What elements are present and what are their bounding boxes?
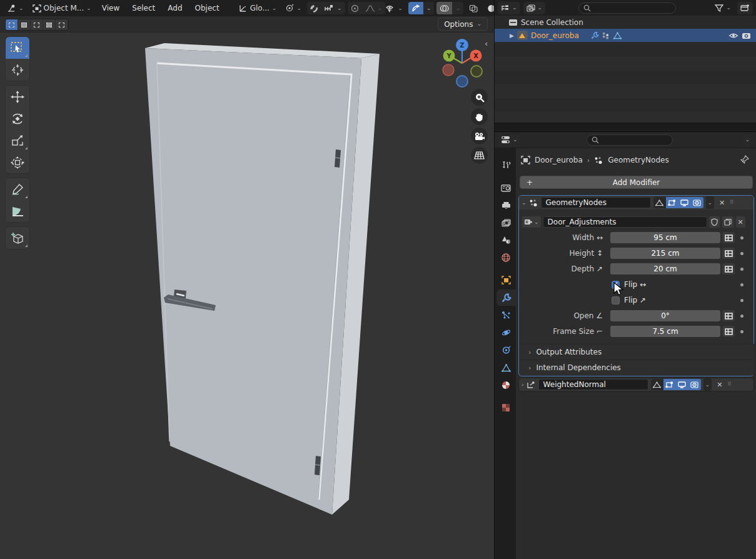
overlays-dropdown[interactable]: ⌄ (452, 2, 463, 14)
unlink-node-group-button[interactable]: ✕ (735, 216, 746, 228)
sidebar-collapse-arrow[interactable]: ‹ (485, 39, 488, 48)
mode-selector[interactable]: Object M... ⌄ (29, 2, 94, 14)
drag-handle[interactable]: ⠿ (730, 201, 738, 204)
gizmo-minus-x-axis[interactable] (443, 64, 454, 76)
drag-handle[interactable]: ⠿ (727, 383, 736, 386)
modifier-name-field[interactable]: WeightedNormal (538, 379, 648, 390)
decorator-dot[interactable] (740, 330, 743, 333)
display-mode-button[interactable]: ⌄ (523, 2, 546, 14)
tool-transform[interactable] (6, 151, 29, 173)
transform-orientation-button[interactable]: Glo... ⌄ (236, 2, 280, 14)
breadcrumb-datablock[interactable]: GeometryNodes (608, 156, 668, 164)
fake-user-button[interactable] (708, 216, 720, 228)
tab-modifiers[interactable] (496, 290, 516, 306)
xray-toggle-button[interactable] (466, 2, 481, 14)
door-object[interactable] (0, 0, 494, 559)
tab-render[interactable] (496, 179, 516, 196)
decorator-dot[interactable] (740, 299, 743, 302)
node-group-browse-button[interactable]: ⌄ (522, 216, 542, 228)
input-attribute-toggle[interactable] (722, 232, 735, 243)
render-display-toggle[interactable] (688, 379, 701, 390)
input-attribute-toggle[interactable] (722, 263, 735, 274)
tool-measure[interactable] (6, 200, 29, 222)
input-attribute-toggle[interactable] (722, 248, 735, 259)
modifier-extras-button[interactable]: ⌄ (703, 378, 712, 391)
outliner-search-input[interactable] (578, 3, 676, 14)
node-group-name-field[interactable]: Door_Adjustments (543, 216, 707, 228)
tool-move[interactable] (6, 86, 29, 108)
decorator-dot[interactable] (740, 236, 743, 239)
modifier-close-button[interactable]: ✕ (714, 381, 725, 389)
pan-button[interactable] (471, 108, 488, 125)
editor-type-button[interactable]: ⌄ (4, 2, 27, 14)
tool-select-box[interactable] (6, 37, 29, 59)
select-mode-extend[interactable] (18, 19, 31, 30)
input-attribute-toggle[interactable] (722, 326, 735, 337)
decorator-dot[interactable] (740, 268, 743, 271)
render-display-toggle[interactable] (691, 197, 703, 208)
decorator-dot[interactable] (740, 252, 743, 255)
tab-material[interactable] (496, 377, 516, 393)
collapse-chevron-icon[interactable]: ⌄ (522, 200, 527, 206)
tab-output[interactable] (496, 197, 516, 213)
pin-icon[interactable] (740, 155, 749, 164)
zoom-button[interactable] (471, 89, 488, 106)
filter-button[interactable]: ⌄ (712, 2, 734, 14)
outliner-row-door-euroba[interactable]: ▶ Door_euroba (495, 29, 756, 42)
flip-d-checkbox[interactable] (612, 296, 620, 305)
eye-icon[interactable] (728, 32, 738, 39)
tab-object-data[interactable] (496, 360, 516, 376)
tab-object[interactable] (496, 272, 516, 288)
properties-editor-type-button[interactable]: ⌄ (498, 134, 521, 146)
menu-view[interactable]: View (97, 2, 124, 14)
select-mode-new[interactable] (6, 19, 18, 30)
breadcrumb-object[interactable]: Door_euroba (535, 156, 583, 164)
menu-object[interactable]: Object (190, 2, 224, 14)
orthographic-button[interactable] (471, 147, 488, 164)
modifier-extras-button[interactable]: ⌄ (706, 196, 715, 209)
modifier-panel-weightednormal[interactable]: › WeightedNormal ⌄ ✕ ⠿ (518, 378, 754, 391)
decorator-dot[interactable] (740, 315, 743, 318)
tool-scale[interactable] (6, 129, 29, 151)
viewport-display-toggle[interactable] (676, 379, 688, 390)
options-button[interactable]: Options ⌄ (438, 18, 488, 31)
properties-search-input[interactable] (587, 134, 673, 146)
modifier-header[interactable]: ⌄ GeometryNodes ⌄ ✕ ⠿ (519, 196, 753, 209)
show-gizmo-button[interactable] (408, 2, 423, 14)
snap-target-button[interactable]: ⌄ (321, 2, 345, 14)
show-overlays-button[interactable] (436, 2, 452, 14)
viewport-display-toggle[interactable] (678, 197, 691, 208)
width-input[interactable]: 95 cm (610, 232, 720, 243)
proportional-edit-button[interactable] (348, 2, 362, 14)
subpanel-output-attributes[interactable]: › Output Attributes (520, 344, 754, 360)
gizmo-dropdown[interactable]: ⌄ (423, 2, 435, 14)
tab-view-layer[interactable] (496, 214, 516, 231)
on-cage-toggle[interactable] (666, 197, 678, 208)
properties-options-button[interactable]: ⌄ (742, 134, 753, 146)
tab-tool[interactable] (496, 157, 516, 173)
select-mode-subtract[interactable] (31, 19, 43, 30)
on-cage-toggle[interactable] (663, 379, 676, 390)
edit-mode-toggle[interactable] (653, 197, 666, 208)
frame-size-input[interactable]: 7.5 cm (610, 326, 720, 337)
viewport-3d[interactable]: ⌄ Object M... ⌄ View Select Add Object G… (0, 0, 494, 559)
add-modifier-button[interactable]: + Add Modifier (520, 176, 753, 189)
tool-add-cube[interactable] (6, 227, 29, 249)
tool-annotate[interactable] (6, 178, 29, 200)
menu-add[interactable]: Add (163, 2, 187, 14)
gizmo-minus-z-axis[interactable] (456, 76, 468, 87)
edit-mode-toggle[interactable] (651, 379, 663, 390)
tool-cursor[interactable] (6, 59, 29, 81)
new-copy-button[interactable] (722, 216, 734, 228)
select-mode-intersect[interactable] (56, 19, 68, 30)
snap-toggle-button[interactable] (307, 2, 321, 14)
collapse-chevron-icon[interactable]: › (522, 382, 524, 388)
camera-view-button[interactable] (471, 128, 488, 144)
visibility-button[interactable]: ⌄ (382, 2, 406, 14)
shading-solid-button[interactable] (484, 2, 494, 14)
height-input[interactable]: 215 cm (610, 248, 720, 259)
navigation-gizmo[interactable]: Z Y X (436, 35, 490, 91)
depth-input[interactable]: 20 cm (610, 263, 720, 274)
modifier-name-field[interactable]: GeometryNodes (541, 197, 651, 208)
decorator-dot[interactable] (740, 283, 743, 286)
